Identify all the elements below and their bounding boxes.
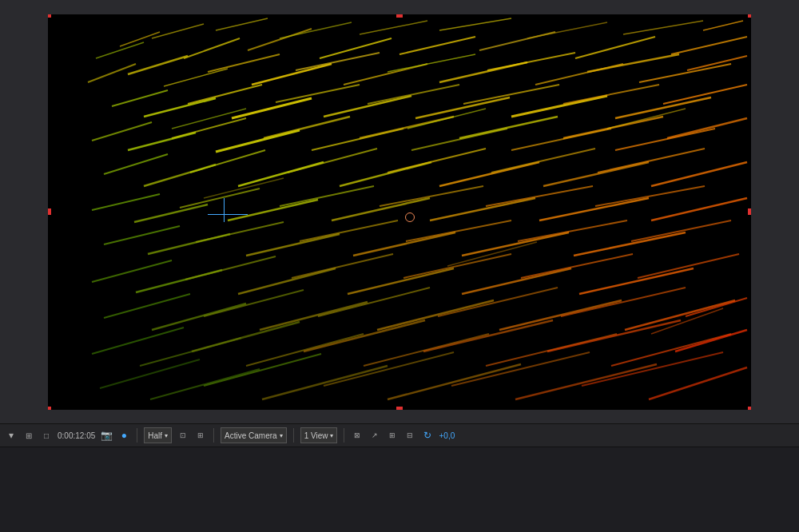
collapse-icon[interactable]: ▾	[5, 429, 18, 442]
svg-line-99	[462, 268, 571, 294]
svg-line-43	[663, 85, 747, 104]
svg-line-55	[615, 129, 715, 150]
handle-bottom-right[interactable]	[748, 407, 751, 410]
svg-line-96	[292, 254, 393, 278]
viewport-canvas[interactable]: // Generate particle streaks via JS in S…	[48, 14, 751, 410]
render-icon[interactable]: ⊠	[351, 429, 364, 442]
view-count-dropdown[interactable]: 1 View ▾	[300, 427, 338, 443]
svg-line-61	[288, 149, 377, 173]
handle-mid-left[interactable]	[48, 208, 51, 215]
svg-line-63	[388, 149, 486, 173]
svg-line-34	[232, 98, 312, 118]
svg-line-59	[190, 150, 265, 173]
refresh-icon[interactable]: ↻	[421, 429, 434, 442]
svg-line-126	[150, 369, 260, 399]
handle-bottom-mid[interactable]	[396, 407, 403, 410]
svg-line-56	[667, 118, 747, 138]
camera-dropdown[interactable]: Active Camera ▾	[221, 427, 287, 443]
svg-line-20	[208, 54, 280, 72]
handle-top-mid[interactable]	[396, 14, 403, 18]
svg-line-71	[180, 189, 260, 208]
svg-line-133	[582, 352, 723, 386]
svg-line-85	[300, 220, 398, 241]
separator-1	[137, 428, 137, 443]
zoom-dropdown[interactable]: Half ▾	[144, 427, 172, 443]
safe-zones-icon[interactable]: ⊞	[194, 429, 207, 442]
svg-line-68	[651, 162, 747, 186]
svg-line-3	[184, 38, 240, 58]
svg-line-139	[447, 242, 537, 266]
svg-line-31	[112, 90, 168, 106]
handle-bottom-left[interactable]	[48, 407, 51, 410]
svg-line-113	[686, 298, 747, 316]
svg-line-70	[134, 204, 208, 222]
svg-line-39	[463, 85, 559, 104]
timecode-display[interactable]: 0:00:12:05	[58, 431, 95, 440]
svg-line-15	[671, 37, 747, 54]
handle-top-right[interactable]	[748, 14, 751, 18]
svg-line-32	[144, 98, 216, 117]
svg-line-120	[423, 320, 553, 351]
svg-line-128	[262, 366, 388, 399]
svg-line-132	[515, 364, 657, 399]
svg-line-6	[280, 22, 352, 38]
svg-line-106	[260, 302, 368, 330]
svg-line-57	[104, 154, 168, 174]
svg-line-109	[438, 288, 558, 316]
viewport-toolbar: ▾ ⊞ □ 0:00:12:05 📷 ● Half ▾ ⊡ ⊞ Active C…	[0, 423, 799, 447]
svg-line-1	[96, 42, 144, 58]
svg-line-107	[318, 288, 430, 316]
svg-line-65	[491, 149, 595, 173]
svg-line-110	[499, 300, 622, 330]
svg-line-13	[575, 37, 655, 58]
viewer-type-icon[interactable]: □	[40, 429, 53, 442]
camera-capture-icon[interactable]: 📷	[100, 429, 113, 442]
svg-line-91	[631, 220, 731, 241]
offset-display: +0,0	[439, 431, 455, 440]
svg-line-14	[623, 21, 703, 34]
svg-line-30	[687, 56, 747, 70]
svg-line-79	[595, 186, 705, 206]
svg-line-89	[518, 220, 627, 241]
particle-streaks: // Generate particle streaks via JS in S…	[48, 14, 751, 410]
svg-line-102	[638, 254, 739, 278]
timeline-area: ◎ ⊠ ⊙ ☰ ◈ ≋ 0:00s 02s 04s 06s 08s 10s 12…	[0, 447, 799, 532]
camera-chevron: ▾	[280, 432, 283, 439]
settings-2-icon[interactable]: ⊟	[403, 429, 416, 442]
svg-line-8	[360, 21, 427, 34]
svg-line-37	[368, 85, 459, 104]
svg-line-26	[487, 53, 575, 70]
svg-line-134	[649, 367, 747, 399]
svg-line-42	[615, 97, 711, 118]
svg-line-40	[511, 96, 607, 117]
svg-line-97	[348, 268, 454, 294]
svg-line-44	[92, 122, 152, 141]
svg-line-92	[92, 260, 172, 282]
color-wheel-icon[interactable]: ●	[117, 429, 130, 442]
svg-line-105	[204, 290, 304, 316]
svg-line-67	[598, 149, 705, 173]
svg-line-35	[276, 85, 360, 102]
svg-line-117	[246, 334, 364, 366]
svg-line-122	[547, 320, 681, 351]
svg-line-86	[353, 232, 455, 256]
svg-line-36	[324, 96, 411, 117]
export-icon[interactable]: ↗	[368, 429, 381, 442]
svg-line-108	[377, 300, 494, 330]
svg-line-29	[639, 64, 731, 82]
svg-line-90	[574, 232, 686, 256]
svg-line-7	[320, 38, 392, 58]
svg-line-81	[104, 226, 180, 244]
svg-line-124	[675, 330, 747, 351]
svg-line-22	[296, 53, 380, 70]
fit-icon[interactable]: ⊡	[177, 429, 189, 442]
svg-line-47	[216, 130, 300, 152]
viewer-layout-icon[interactable]: ⊞	[22, 429, 35, 442]
handle-mid-right[interactable]	[748, 208, 751, 215]
svg-line-5	[248, 29, 312, 50]
svg-line-21	[252, 64, 332, 85]
svg-line-94	[185, 256, 276, 280]
handle-top-left[interactable]	[48, 14, 51, 18]
svg-line-78	[539, 198, 649, 220]
grid-icon[interactable]: ⊞	[386, 429, 399, 442]
